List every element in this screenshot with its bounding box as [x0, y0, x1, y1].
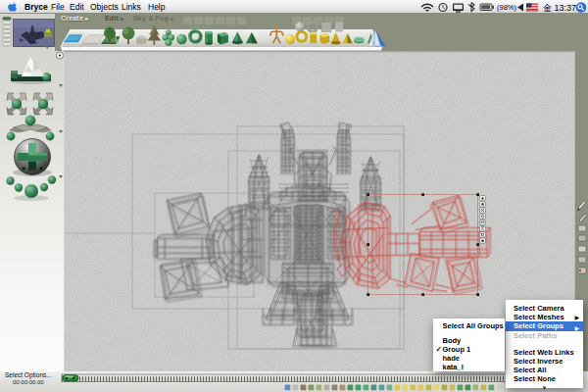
svg-text:金 13:37: 金 13:37	[543, 3, 576, 13]
svg-text:(98%): (98%)	[497, 3, 517, 12]
